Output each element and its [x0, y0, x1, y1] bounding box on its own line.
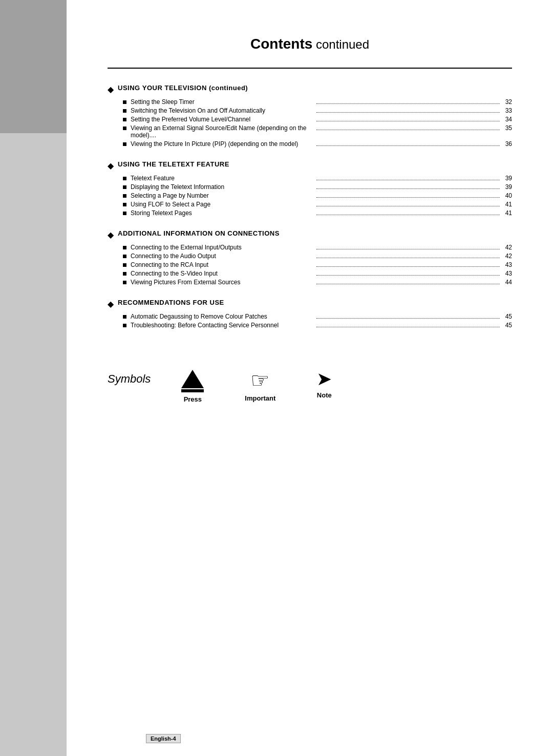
- toc-page-number: 40: [502, 192, 512, 199]
- section-using-teletext: ◆USING THE TELETEXT FEATURETeletext Feat…: [108, 160, 512, 217]
- toc-item-text: Viewing the Picture In Picture (PIP) (de…: [131, 140, 314, 148]
- toc-item-text: Selecting a Page by Number: [131, 192, 314, 199]
- square-bullet-icon: [123, 194, 126, 198]
- toc-item: Troubleshooting: Before Contacting Servi…: [123, 322, 512, 329]
- toc-page-number: 39: [502, 175, 512, 182]
- toc-item: Displaying the Teletext Information39: [123, 183, 512, 191]
- page-title: Contents continued: [108, 36, 512, 52]
- toc-page-number: 39: [502, 183, 512, 191]
- toc-page-number: 33: [502, 107, 512, 114]
- main-page: Contents continued ◆USING YOUR TELEVISIO…: [67, 0, 553, 756]
- square-bullet-icon: [123, 127, 126, 130]
- diamond-bullet: ◆: [108, 85, 114, 94]
- section-recommendations: ◆RECOMMENDATIONS FOR USEAutomatic Degaus…: [108, 299, 512, 329]
- toc-dots: [316, 206, 500, 206]
- press-label: Press: [184, 395, 202, 403]
- section-title: ADDITIONAL INFORMATION ON CONNECTIONS: [118, 229, 280, 237]
- note-icon: ➤: [316, 370, 332, 388]
- toc-dots: [316, 215, 500, 215]
- toc-page-number: 45: [502, 313, 512, 320]
- square-bullet-icon: [123, 177, 126, 180]
- square-bullet-icon: [123, 142, 126, 146]
- toc-list-using-teletext: Teletext Feature39Displaying the Teletex…: [108, 175, 512, 217]
- square-bullet-icon: [123, 315, 126, 319]
- toc-item-text: Displaying the Teletext Information: [131, 183, 314, 191]
- toc-dots: [316, 112, 500, 113]
- toc-item-text: Switching the Television On and Off Auto…: [131, 107, 314, 114]
- toc-item: Automatic Degaussing to Remove Colour Pa…: [123, 313, 512, 320]
- toc-page-number: 34: [502, 116, 512, 123]
- toc-item: Viewing Pictures From External Sources44: [123, 279, 512, 286]
- toc-dots: [316, 180, 500, 180]
- toc-dots: [316, 266, 500, 267]
- page-wrapper: AA68-03336A-01Eng 6/28/04 4:08 PM Page 4…: [0, 0, 553, 756]
- toc-dots: [316, 145, 500, 146]
- toc-page-number: 42: [502, 253, 512, 260]
- toc-dots: [316, 188, 500, 189]
- toc-dots: [316, 284, 500, 284]
- toc-dots: [316, 318, 500, 319]
- footer: English-4: [146, 734, 522, 743]
- sections-container: ◆USING YOUR TELEVISION (continued)Settin…: [108, 84, 512, 329]
- toc-list-additional-info: Connecting to the External Input/Outputs…: [108, 244, 512, 286]
- section-title: USING THE TELETEXT FEATURE: [118, 160, 229, 168]
- press-icon-base: [181, 389, 204, 392]
- toc-item-text: Using FLOF to Select a Page: [131, 201, 314, 208]
- section-using-your-television: ◆USING YOUR TELEVISION (continued)Settin…: [108, 84, 512, 148]
- section-header-using-teletext: ◆USING THE TELETEXT FEATURE: [108, 160, 512, 171]
- section-header-additional-info: ◆ADDITIONAL INFORMATION ON CONNECTIONS: [108, 229, 512, 240]
- toc-page-number: 43: [502, 261, 512, 268]
- square-bullet-icon: [123, 203, 126, 206]
- symbol-note: ➤ Note: [316, 370, 332, 399]
- toc-item: Switching the Television On and Off Auto…: [123, 107, 512, 114]
- square-bullet-icon: [123, 324, 126, 327]
- toc-item-text: Viewing Pictures From External Sources: [131, 279, 314, 286]
- toc-item-text: Setting the Sleep Timer: [131, 98, 314, 106]
- section-additional-info: ◆ADDITIONAL INFORMATION ON CONNECTIONSCo…: [108, 229, 512, 286]
- square-bullet-icon: [123, 118, 126, 121]
- symbols-section: Symbols Press ☞ Important: [108, 370, 512, 403]
- diamond-bullet: ◆: [108, 161, 114, 171]
- toc-item-text: Troubleshooting: Before Contacting Servi…: [131, 322, 314, 329]
- square-bullet-icon: [123, 255, 126, 258]
- toc-dots: [316, 197, 500, 198]
- press-icon: [181, 370, 204, 388]
- toc-dots: [316, 121, 500, 121]
- square-bullet-icon: [123, 109, 126, 113]
- toc-item: Connecting to the External Input/Outputs…: [123, 244, 512, 251]
- symbol-press: Press: [181, 370, 204, 403]
- section-title: RECOMMENDATIONS FOR USE: [118, 299, 224, 306]
- toc-item-text: Teletext Feature: [131, 175, 314, 182]
- toc-item: Using FLOF to Select a Page41: [123, 201, 512, 208]
- toc-item: Storing Teletext Pages41: [123, 209, 512, 217]
- section-header-recommendations: ◆RECOMMENDATIONS FOR USE: [108, 299, 512, 309]
- toc-dots: [316, 130, 500, 130]
- toc-page-number: 43: [502, 270, 512, 277]
- toc-item-text: Automatic Degaussing to Remove Colour Pa…: [131, 313, 314, 320]
- square-bullet-icon: [123, 185, 126, 189]
- toc-item: Connecting to the S-Video Input43: [123, 270, 512, 277]
- toc-item: Viewing an External Signal Source/Edit N…: [123, 124, 512, 139]
- square-bullet-icon: [123, 263, 126, 267]
- toc-item-text: Connecting to the RCA Input: [131, 261, 314, 268]
- important-icon: ☞: [250, 370, 270, 391]
- toc-item-text: Viewing an External Signal Source/Edit N…: [131, 124, 314, 139]
- square-bullet-icon: [123, 212, 126, 215]
- note-label: Note: [317, 391, 332, 399]
- toc-list-recommendations: Automatic Degaussing to Remove Colour Pa…: [108, 313, 512, 329]
- toc-item: Viewing the Picture In Picture (PIP) (de…: [123, 140, 512, 148]
- left-sidebar: [0, 0, 67, 756]
- toc-item-text: Connecting to the External Input/Outputs: [131, 244, 314, 251]
- section-title: USING YOUR TELEVISION (continued): [118, 84, 248, 92]
- toc-item-text: Storing Teletext Pages: [131, 209, 314, 217]
- diamond-bullet: ◆: [108, 299, 114, 309]
- toc-page-number: 32: [502, 98, 512, 106]
- symbols-label: Symbols: [108, 372, 151, 386]
- toc-page-number: 36: [502, 140, 512, 148]
- toc-list-using-your-television: Setting the Sleep Timer32Switching the T…: [108, 98, 512, 148]
- section-header-using-your-television: ◆USING YOUR TELEVISION (continued): [108, 84, 512, 94]
- toc-page-number: 42: [502, 244, 512, 251]
- toc-item-text: Setting the Preferred Volume Level/Chann…: [131, 116, 314, 123]
- toc-item: Teletext Feature39: [123, 175, 512, 182]
- toc-item: Selecting a Page by Number40: [123, 192, 512, 199]
